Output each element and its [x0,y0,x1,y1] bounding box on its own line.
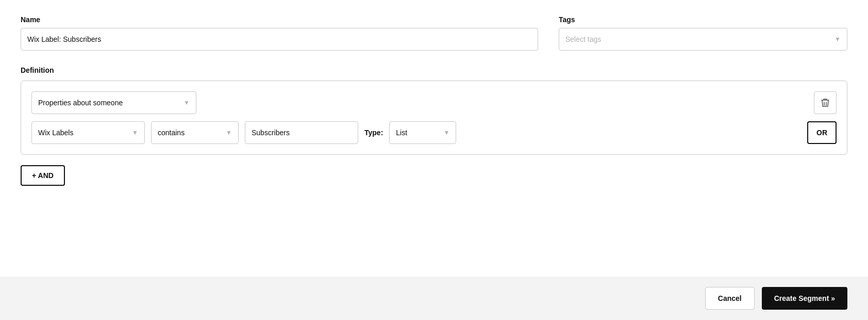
name-field-group: Name [21,15,538,51]
and-button[interactable]: + AND [21,165,65,186]
list-dropdown[interactable]: List ▼ [389,121,456,144]
contains-value: contains [158,129,185,137]
wix-labels-chevron-icon: ▼ [132,129,138,136]
wix-labels-dropdown[interactable]: Wix Labels ▼ [31,121,145,144]
list-chevron-icon: ▼ [443,129,449,136]
name-label: Name [21,15,538,24]
subscribers-input[interactable] [245,121,358,144]
definition-conditions-row: Wix Labels ▼ contains ▼ Type: List ▼ OR [31,121,837,144]
trash-button[interactable] [814,91,837,114]
contains-chevron-icon: ▼ [226,129,232,136]
properties-dropdown[interactable]: Properties about someone ▼ [31,91,196,114]
properties-dropdown-value: Properties about someone [38,99,123,107]
wix-labels-value: Wix Labels [38,129,73,137]
cancel-button[interactable]: Cancel [705,287,755,310]
definition-top-row: Properties about someone ▼ [31,91,837,114]
trash-icon [821,98,829,107]
tags-select[interactable]: Select tags ▼ [559,28,847,51]
top-row: Name Tags Select tags ▼ [21,15,847,51]
or-button[interactable]: OR [807,121,837,144]
tags-placeholder: Select tags [565,35,601,43]
type-label: Type: [364,129,383,137]
page-wrapper: Name Tags Select tags ▼ Definition Prope… [0,0,868,320]
name-input[interactable] [21,28,538,51]
definition-label: Definition [21,66,847,74]
main-content: Name Tags Select tags ▼ Definition Prope… [0,0,868,277]
tags-chevron-icon: ▼ [834,36,841,43]
create-segment-button[interactable]: Create Segment » [762,287,847,310]
definition-section: Definition Properties about someone ▼ [21,66,847,155]
contains-dropdown[interactable]: contains ▼ [151,121,239,144]
tags-field-group: Tags Select tags ▼ [559,15,847,51]
tags-label: Tags [559,15,847,24]
list-value: List [396,129,407,137]
definition-box: Properties about someone ▼ Wix Labels ▼ [21,81,847,155]
properties-chevron-icon: ▼ [183,99,190,106]
footer-bar: Cancel Create Segment » [0,277,868,320]
and-button-label: + AND [32,171,54,180]
